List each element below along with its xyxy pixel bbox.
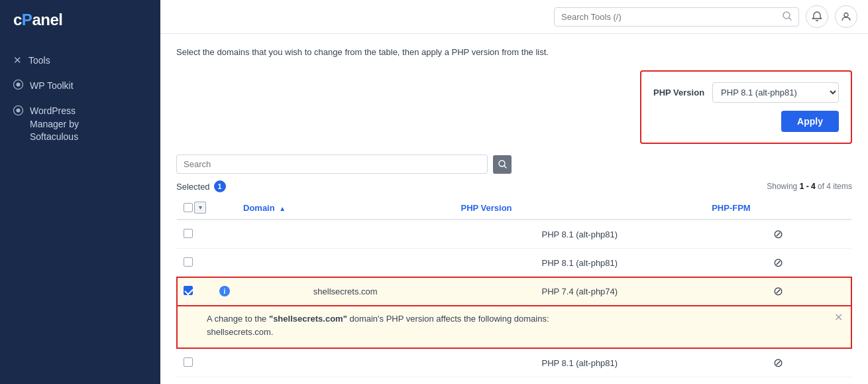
th-checkbox: ▾ [177,196,213,220]
row3-checkbox-cell [177,277,213,306]
wp-manager-icon [13,105,23,117]
search-tools-container[interactable] [554,7,799,27]
domain-sort-icon: ▲ [279,205,286,212]
row1-fpm-icon: ⊘ [712,227,845,241]
table-search-input[interactable] [184,159,480,169]
row1-php-fpm: ⊘ [705,220,851,249]
th-domain[interactable]: Domain ▲ [237,196,454,220]
selected-badge: 1 [214,180,226,192]
svg-point-1 [17,83,21,87]
row4-php-fpm: ⊘ [705,348,851,377]
main-content: Select the domains that you wish to chan… [160,0,868,384]
row2-checkbox-cell [177,249,213,277]
svg-line-8 [504,166,506,168]
search-bar-row [176,155,852,174]
wp-toolkit-icon [13,80,23,92]
search-tools-input[interactable] [561,12,783,22]
info-message: A change to the "shellsecrets.com" domai… [207,312,843,338]
php-version-label: PHP Version [653,88,704,97]
tools-icon: ✕ [13,54,22,66]
row4-fpm-icon: ⊘ [712,355,845,370]
row3-domain: shellsecrets.com [237,277,454,306]
sidebar-item-wp-manager[interactable]: WordPressManager bySoftaculous [0,98,160,151]
table-search-button[interactable] [493,155,512,174]
sidebar: cPanel ✕ Tools WP Toolkit WordPr [0,0,160,384]
table-search-container[interactable] [176,155,488,174]
row2-domain [237,249,454,277]
php-version-panel: PHP Version PHP 8.1 (alt-php81) PHP 8.0 … [640,70,852,144]
showing-range: 1 - 4 [800,182,816,191]
svg-line-5 [789,18,791,20]
row4-action-cell [213,348,237,377]
svg-point-3 [17,109,21,113]
th-php-version-label: PHP Version [461,203,512,213]
showing-of: of 4 items [816,182,852,191]
sidebar-item-wp-toolkit-label: WP Toolkit [30,80,74,91]
th-domain-label: Domain [243,203,275,213]
table-row: PHP 8.1 (alt-php81) ⊘ [177,249,851,277]
row4-domain [237,348,454,377]
row4-checkbox-cell [177,348,213,377]
row2-checkbox[interactable] [184,257,193,267]
info-row-cell: ✕ A change to the "shellsecrets.com" dom… [177,306,851,349]
table-row: PHP 8.1 (alt-php81) ⊘ [177,348,851,377]
close-info-button[interactable]: ✕ [834,312,843,323]
row3-fpm-icon: ⊘ [712,284,845,298]
th-php-fpm-label: PHP-FPM [712,203,751,213]
info-domain-bold: "shellsecrets.com" [269,314,347,324]
showing-label: Showing [767,182,799,191]
apply-button[interactable]: Apply [781,111,839,132]
domain-table: ▾ Domain ▲ PHP Version PHP-FPM [176,196,852,377]
row2-action-cell [213,249,237,277]
sidebar-item-tools[interactable]: ✕ Tools [0,48,160,73]
info-affected-domains: shellsecrets.com. [207,327,273,337]
php-version-select[interactable]: PHP 8.1 (alt-php81) PHP 8.0 (alt-php80) … [712,82,839,103]
row1-checkbox[interactable] [184,229,193,238]
row3-php-version: PHP 7.4 (alt-php74) [454,277,705,306]
info-row: ✕ A change to the "shellsecrets.com" dom… [177,306,851,349]
row3-info-icon[interactable]: i [219,286,230,296]
page-subtitle: Select the domains that you wish to chan… [176,47,852,57]
sidebar-item-tools-label: Tools [28,55,50,66]
row1-php-version: PHP 8.1 (alt-php81) [454,220,705,249]
th-action [213,196,237,220]
th-php-fpm[interactable]: PHP-FPM [705,196,851,220]
row1-domain [237,220,454,249]
page-content: Select the domains that you wish to chan… [160,34,868,384]
row3-checkbox[interactable] [184,286,193,295]
selected-label: Selected 1 [176,180,226,192]
row4-checkbox[interactable] [184,357,193,367]
topbar [160,0,868,34]
notifications-button[interactable] [806,5,828,28]
table-body: PHP 8.1 (alt-php81) ⊘ PHP 8.1 (alt-php81… [177,220,851,377]
cpanel-logo: cPanel [0,0,160,40]
row2-php-version: PHP 8.1 (alt-php81) [454,249,705,277]
select-all-checkbox[interactable] [184,203,193,212]
row2-fpm-icon: ⊘ [712,255,845,270]
row4-php-version: PHP 8.1 (alt-php81) [454,348,705,377]
selected-text: Selected [176,182,210,192]
table-row: PHP 8.1 (alt-php81) ⊘ [177,220,851,249]
showing-text: Showing 1 - 4 of 4 items [767,182,852,191]
sidebar-nav: ✕ Tools WP Toolkit WordPressManager bySo… [0,40,160,159]
row1-action-cell [213,220,237,249]
sidebar-item-wp-manager-label: WordPressManager bySoftaculous [30,105,79,144]
row1-checkbox-cell [177,220,213,249]
table-meta-row: Selected 1 Showing 1 - 4 of 4 items [176,180,852,192]
svg-point-6 [844,13,848,17]
sidebar-item-wp-toolkit[interactable]: WP Toolkit [0,73,160,98]
row3-action-cell: i [213,277,237,306]
logo-text: cPanel [13,11,62,29]
table-row-selected: i shellsecrets.com PHP 7.4 (alt-php74) ⊘ [177,277,851,306]
search-tools-icon [783,11,792,23]
row2-php-fpm: ⊘ [705,249,851,277]
php-version-row: PHP Version PHP 8.1 (alt-php81) PHP 8.0 … [653,82,839,103]
checkbox-dropdown-arrow[interactable]: ▾ [194,202,206,214]
user-button[interactable] [835,5,857,28]
table-header: ▾ Domain ▲ PHP Version PHP-FPM [177,196,851,220]
th-php-version[interactable]: PHP Version [454,196,705,220]
row3-php-fpm: ⊘ [705,277,851,306]
